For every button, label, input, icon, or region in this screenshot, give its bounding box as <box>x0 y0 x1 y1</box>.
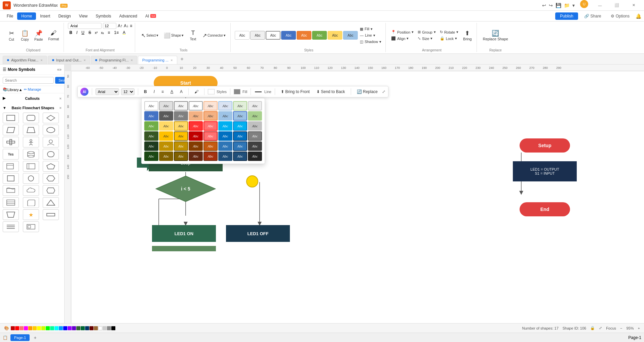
led1-on-shape[interactable]: LED1 ON <box>152 225 216 242</box>
shape-striped[interactable] <box>23 161 39 172</box>
color-swatch[interactable] <box>33 326 37 330</box>
style-option-0-2[interactable]: Abc <box>174 101 188 111</box>
tab-close[interactable]: × <box>171 58 173 62</box>
style-option-1-1[interactable]: Abc <box>159 111 173 121</box>
color-swatch[interactable] <box>20 326 24 330</box>
save-btn[interactable]: 💾 <box>556 3 561 8</box>
basic-flowchart-close[interactable]: × <box>60 106 62 110</box>
menu-ai[interactable]: AI hot <box>141 12 160 20</box>
page-tools-icon[interactable]: 📋 <box>3 335 8 340</box>
color-swatch[interactable] <box>11 326 15 330</box>
focus-btn[interactable]: Focus <box>606 326 616 330</box>
style-option-1-5[interactable]: Abc <box>218 111 232 121</box>
callouts-close[interactable]: × <box>60 96 62 100</box>
share-btn[interactable]: 🔗 Share <box>581 12 605 20</box>
end-shape[interactable]: End <box>520 202 570 216</box>
style-swatch-2[interactable]: Abc <box>266 31 280 40</box>
open-btn[interactable]: 📁 <box>564 3 570 8</box>
style-option-3-1[interactable]: Abc <box>159 131 173 141</box>
shape-cylinder[interactable] <box>23 149 39 160</box>
style-option-0-3[interactable]: Abc <box>189 101 203 111</box>
bold-btn[interactable]: B <box>68 30 74 36</box>
color-swatch[interactable] <box>68 326 72 330</box>
color-swatch[interactable] <box>41 326 45 330</box>
italic-btn[interactable]: I <box>75 30 79 36</box>
style-option-5-1[interactable]: Abc <box>159 152 173 161</box>
font-size-decrease-btn[interactable]: A↓ <box>124 24 128 28</box>
bottom-bar[interactable] <box>152 246 216 251</box>
shape-dropdown[interactable]: ⬜ Shape ▾ <box>162 31 186 40</box>
style-option-0-1[interactable]: Abc <box>159 101 173 111</box>
color-swatch[interactable] <box>50 326 54 330</box>
color-swatch[interactable] <box>59 326 63 330</box>
style-option-3-7[interactable]: Abc <box>248 131 262 141</box>
style-option-5-2[interactable]: Abc <box>174 152 188 161</box>
numbered-list-btn[interactable]: 1≡ <box>113 30 120 36</box>
zoom-in-btn[interactable]: + <box>638 326 640 330</box>
shape-rect-cut[interactable] <box>43 185 59 196</box>
color-swatch[interactable] <box>89 326 93 330</box>
shape-rounded-square[interactable] <box>43 149 59 160</box>
led1-off-shape[interactable]: LED1 OFF <box>226 225 290 242</box>
shadow-btn[interactable]: ◫ Shadow ▾ <box>358 39 383 45</box>
style-swatch-3[interactable]: Abc <box>281 31 296 40</box>
float-expand-btn[interactable]: ⤢ <box>382 89 385 94</box>
shape-triangle[interactable] <box>43 197 59 208</box>
style-option-5-0[interactable]: Abc <box>144 152 158 161</box>
process2-shape[interactable]: LED1 = OUTPUT S1 = INPUT <box>513 161 577 181</box>
color-swatch[interactable] <box>98 326 102 330</box>
style-option-3-3[interactable]: Abc <box>189 131 203 141</box>
style-option-2-5[interactable]: Abc <box>218 121 232 131</box>
canvas[interactable]: Start ประมวลผล Loop i < 5 <box>71 71 644 333</box>
shape-hexagon[interactable] <box>43 173 59 184</box>
shape-star[interactable]: ★ <box>23 209 39 220</box>
more-btn[interactable]: ▾ <box>572 3 575 8</box>
style-option-2-0[interactable]: Abc <box>144 121 158 131</box>
shape-avatar[interactable] <box>43 137 59 147</box>
style-option-0-0[interactable]: Abc <box>144 101 158 111</box>
style-option-3-6[interactable]: Abc <box>233 131 247 141</box>
redo-btn[interactable]: ↪ <box>549 3 553 8</box>
text-btn[interactable]: T Text <box>187 28 199 42</box>
color-palette-icon[interactable]: 🎨 <box>4 326 9 331</box>
style-option-1-3[interactable]: Abc <box>189 111 203 121</box>
style-option-4-6[interactable]: Abc <box>233 141 247 151</box>
sidebar-collapse-btn[interactable]: «» <box>57 67 62 72</box>
text-color-btn[interactable]: A <box>121 30 127 36</box>
shape-wave[interactable] <box>3 185 19 196</box>
style-option-1-2[interactable]: Abc <box>174 111 188 121</box>
color-swatch[interactable] <box>72 326 76 330</box>
color-swatch[interactable] <box>24 326 28 330</box>
float-line-label[interactable]: Line <box>264 90 271 94</box>
float-italic[interactable]: I <box>151 88 157 95</box>
color-swatch[interactable] <box>76 326 80 330</box>
color-swatch[interactable] <box>63 326 67 330</box>
float-fill-indicator[interactable] <box>234 89 240 94</box>
strikethrough-btn[interactable]: S <box>87 30 92 36</box>
style-option-4-7[interactable]: Abc <box>248 141 262 151</box>
style-option-0-6[interactable]: Abc <box>233 101 247 111</box>
options-btn[interactable]: ⚙ Options <box>607 12 633 20</box>
select-dropdown[interactable]: ↖ Select ▾ <box>139 31 160 40</box>
style-option-2-6[interactable]: Abc <box>233 121 247 131</box>
shape-extra3[interactable] <box>23 221 39 232</box>
fill-btn[interactable]: ▦ Fill ▾ <box>358 26 383 32</box>
paste-btn[interactable]: 📌 Paste <box>32 28 45 43</box>
group-btn[interactable]: ⊞ Group ▾ <box>416 29 437 35</box>
style-swatch-1[interactable]: Abc <box>250 31 265 40</box>
tab-close[interactable]: × <box>130 58 132 62</box>
style-option-3-5[interactable]: Abc <box>218 131 232 141</box>
float-styles-indicator[interactable] <box>208 89 215 94</box>
setup-shape[interactable]: Setup <box>520 138 570 153</box>
shape-yes-bubble[interactable]: Yes <box>3 149 19 160</box>
shape-scroll[interactable] <box>23 197 39 208</box>
tab-programming1[interactable]: Programming Fl... × <box>91 56 137 64</box>
tab-programming2[interactable]: Programming ... × <box>138 56 177 64</box>
style-option-5-6[interactable]: Abc <box>233 152 247 161</box>
font-size-increase-btn[interactable]: A↑ <box>118 24 122 28</box>
style-swatch-5[interactable]: Abc <box>312 31 327 40</box>
style-swatch-4[interactable]: Abc <box>297 31 311 40</box>
style-option-2-2[interactable]: Abc <box>174 121 188 131</box>
float-bring-front[interactable]: ⬆ Bring to Front <box>278 88 312 95</box>
minimize-btn[interactable]: — <box>592 0 608 11</box>
